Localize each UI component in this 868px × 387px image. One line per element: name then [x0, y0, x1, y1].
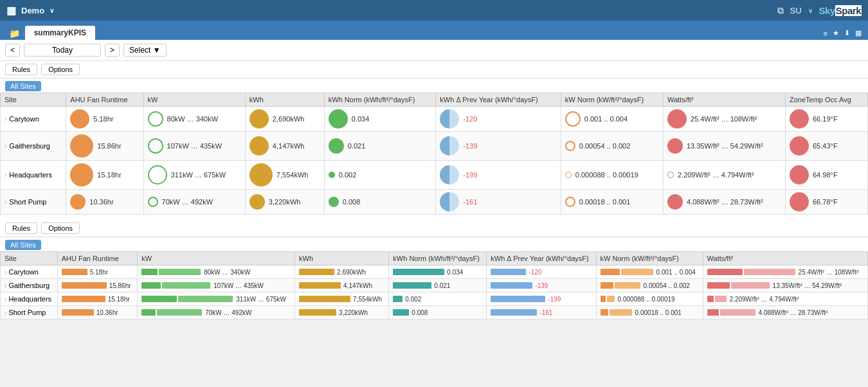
kwh-norm-cell: 0.021: [324, 132, 436, 161]
kwh-delta-value: -161: [463, 198, 477, 206]
kw-value: 311kW … 675kW: [171, 171, 226, 179]
user-initials[interactable]: SU: [790, 6, 802, 15]
kwh-value: 2,690kWh: [273, 115, 305, 123]
kwh-bar: [299, 309, 336, 316]
rules-button-bottom[interactable]: Rules: [5, 222, 37, 234]
ahu-cell: 15.18hr: [66, 161, 143, 190]
bot-kwh-val: 4,147kWh: [343, 282, 372, 289]
next-date-button[interactable]: >: [105, 44, 120, 57]
row-chevron: ›: [5, 116, 6, 123]
kwnorm-bar1: [601, 296, 606, 302]
bot-site-name: Carytown: [8, 268, 38, 276]
norm-bar: [393, 309, 409, 316]
delta-bar: [491, 282, 532, 289]
kw-cell: 311kW … 675kW: [143, 161, 245, 190]
bot-col-kwnorm: kW Norm (kW/ft²/°daysF): [596, 252, 703, 266]
delta-bar: [491, 309, 537, 316]
bot-site-cell[interactable]: › Short Pump: [1, 306, 58, 320]
watts-bar2: [715, 296, 727, 302]
bot-ahu-cell: 10.36hr: [57, 306, 138, 320]
bot-site-cell[interactable]: › Gaithersburg: [1, 279, 58, 292]
top-nav: ▦ Demo ∨ ⧉ SU ∨ SkySpark: [0, 0, 868, 21]
bot-watts-val: 4.088W/ft² … 28.73W/ft²: [759, 309, 828, 316]
bot-site-cell[interactable]: › Headquarters: [1, 292, 58, 306]
watts-bar2: [720, 309, 755, 316]
watts-cell: 4.088W/ft² … 28.73W/ft²: [663, 190, 785, 215]
kwh-delta-cell: -120: [436, 107, 561, 132]
bot-site-cell[interactable]: › Carytown: [1, 266, 58, 279]
kwh-cell: 4,147kWh: [245, 132, 324, 161]
kw-bar2: [157, 309, 202, 316]
bot-kw-val: 107kW … 435kW: [213, 282, 264, 289]
watts-bar2: [744, 269, 795, 275]
bot-ahu-val: 15.18hr: [108, 296, 130, 303]
rules-button-top[interactable]: Rules: [5, 64, 37, 75]
select-button[interactable]: Select ▼: [123, 44, 167, 57]
watts-value: 4.088W/ft² … 28.73W/ft²: [687, 198, 763, 206]
bot-ahu-cell: 15.18hr: [57, 292, 138, 306]
kw-norm-cell: 0.00018 .. 0.001: [561, 190, 663, 215]
options-button-top[interactable]: Options: [41, 64, 80, 75]
bot-norm-cell: 0.034: [389, 266, 487, 279]
site-cell[interactable]: › Headquarters: [1, 161, 66, 190]
kwh-value: 7,554kWh: [276, 171, 309, 179]
bot-norm-val: 0.002: [405, 296, 421, 303]
zone-value: 65.43°F: [813, 142, 838, 150]
watts-cell: 13.35W/ft² … 54.29W/ft²: [663, 132, 785, 161]
bot-delta-val: -199: [548, 296, 561, 303]
bot-ahu-cell: 15.86hr: [57, 279, 138, 292]
app-icon: ▦: [6, 4, 16, 17]
site-cell[interactable]: › Gaithersburg: [1, 132, 66, 161]
col-header-kwh-delta: kWh Δ Prev Year (kWh/°daysF): [436, 93, 561, 107]
nav-right: ⧉ SU ∨ SkySpark: [777, 5, 862, 16]
bot-kwnorm-val: 0.001 .. 0.004: [656, 269, 696, 276]
content-area: < Today > Select ▼ Rules Options All Sit…: [0, 40, 868, 320]
kwh-delta-value: -120: [463, 115, 477, 123]
bot-norm-val: 0.034: [447, 269, 463, 276]
kw-bar2: [162, 282, 210, 289]
bot-watts-cell: 25.4W/ft² … 108W/ft²: [703, 266, 867, 279]
kw-norm-value: 0.00018 .. 0.001: [579, 198, 631, 206]
kwh-bar: [299, 282, 341, 289]
table-view-icon[interactable]: ▦: [855, 29, 862, 37]
ahu-cell: 5.18hr: [66, 107, 143, 132]
kwh-delta-cell: -161: [436, 190, 561, 215]
options-button-bottom[interactable]: Options: [41, 222, 80, 234]
bot-site-name: Gaithersburg: [8, 282, 50, 289]
active-tab[interactable]: summaryKPIS: [25, 26, 95, 40]
bot-kw-cell: 70kW … 492kW: [138, 306, 295, 320]
bot-kwnorm-val: 0.000088 .. 0.00019: [618, 296, 675, 303]
nav-left: ▦ Demo ∨: [6, 4, 54, 17]
user-chevron: ∨: [808, 7, 813, 14]
bot-ahu-val: 15.86hr: [109, 282, 131, 289]
bot-delta-val: -120: [529, 269, 541, 276]
download-icon[interactable]: ⬇: [844, 29, 850, 37]
ahu-bar: [62, 269, 87, 275]
app-name[interactable]: Demo: [21, 6, 44, 15]
all-sites-badge-bottom: All Sites: [5, 240, 41, 250]
bot-col-watts: Watts/ft²: [703, 252, 867, 266]
zone-cell: 64.98°F: [785, 161, 867, 190]
bot-chevron: ›: [5, 309, 6, 316]
bot-site-name: Headquarters: [8, 295, 51, 303]
star-icon[interactable]: ★: [833, 29, 839, 37]
prev-date-button[interactable]: <: [5, 44, 20, 57]
kwnorm-bar2: [610, 309, 632, 316]
zone-value: 66.78°F: [813, 198, 838, 206]
site-cell[interactable]: › Carytown: [1, 107, 66, 132]
site-cell[interactable]: › Short Pump: [1, 190, 66, 215]
app-chevron: ∨: [50, 7, 54, 14]
watts-bar1: [707, 282, 730, 289]
watts-bar1: [707, 269, 743, 275]
bot-kwh-val: 2,690kWh: [337, 269, 366, 276]
bot-col-ahu: AHU Fan Runtime: [57, 252, 138, 266]
bot-norm-cell: 0.021: [389, 279, 487, 292]
kw-norm-value: 0.000088 .. 0.00019: [575, 171, 638, 179]
section-label-top: All Sites: [0, 78, 868, 93]
bot-kwh-val: 3,220kWh: [339, 309, 368, 316]
bot-kwh-cell: 2,690kWh: [295, 266, 389, 279]
bot-norm-cell: 0.008: [389, 306, 487, 320]
col-header-kwh: kWh: [245, 93, 324, 107]
grid-view-icon[interactable]: ≡: [824, 30, 827, 37]
bot-delta-val: -161: [539, 309, 552, 316]
